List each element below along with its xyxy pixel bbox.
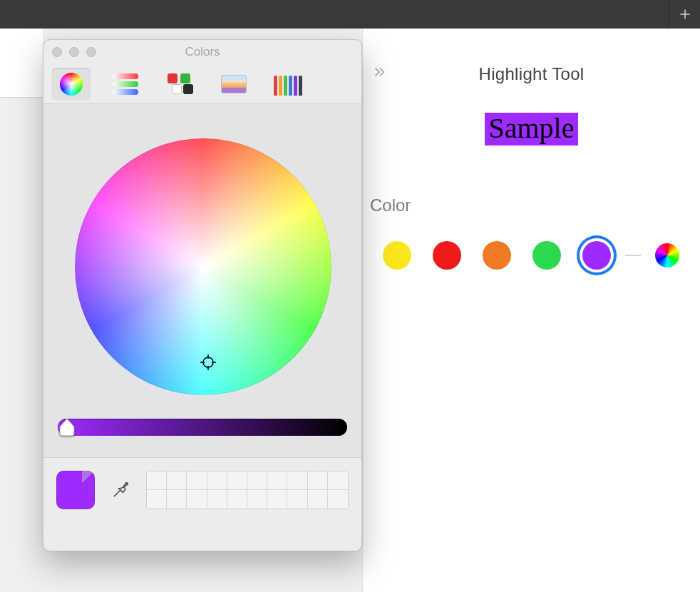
- sample-preview: Sample: [363, 113, 700, 146]
- tab-color-wheel[interactable]: [52, 68, 91, 101]
- highlight-swatch-green[interactable]: [532, 241, 561, 270]
- colors-window-titlebar[interactable]: Colors: [43, 40, 361, 64]
- saved-swatch-cell[interactable]: [328, 490, 348, 509]
- tab-color-palettes[interactable]: [160, 68, 199, 101]
- saved-swatch-cell[interactable]: [147, 471, 167, 490]
- saved-swatch-cell[interactable]: [267, 471, 287, 490]
- highlight-swatch-yellow[interactable]: [383, 241, 411, 270]
- tab-image-palettes[interactable]: [215, 68, 253, 101]
- saved-swatch-cell[interactable]: [308, 490, 328, 509]
- saved-swatches-grid: [146, 471, 349, 509]
- brightness-slider-thumb[interactable]: [59, 418, 75, 437]
- tab-pencils[interactable]: [269, 68, 307, 101]
- pencils-icon: [274, 73, 302, 96]
- highlight-swatch-orange[interactable]: [483, 241, 511, 270]
- sample-text: Sample: [485, 113, 579, 146]
- tab-color-sliders[interactable]: [106, 68, 145, 101]
- saved-swatch-cell[interactable]: [267, 490, 287, 509]
- saved-swatch-cell[interactable]: [308, 471, 328, 490]
- new-tab-button[interactable]: [669, 0, 700, 29]
- swatch-divider: [625, 255, 641, 256]
- window-zoom-button[interactable]: [86, 47, 96, 57]
- inspector-panel: Highlight Tool Sample Color: [362, 29, 700, 592]
- app-tab-bar: [0, 0, 700, 29]
- window-minimize-button[interactable]: [69, 47, 79, 57]
- window-traffic-lights: [52, 47, 96, 57]
- highlight-swatch-red[interactable]: [433, 241, 461, 270]
- saved-swatch-cell[interactable]: [247, 471, 267, 490]
- saved-swatch-cell[interactable]: [328, 471, 348, 490]
- color-wheel[interactable]: [75, 138, 331, 395]
- saved-swatch-cell[interactable]: [187, 490, 207, 509]
- color-well-row: [43, 458, 361, 551]
- inspector-title: Highlight Tool: [363, 29, 700, 84]
- palettes-icon: [168, 73, 192, 95]
- color-section-label: Color: [370, 195, 700, 215]
- sliders-icon: [113, 73, 138, 95]
- highlight-swatch-custom[interactable]: [655, 243, 679, 267]
- chevron-right-double-icon: [371, 64, 387, 80]
- highlight-swatch-purple[interactable]: [582, 241, 611, 270]
- current-color-well[interactable]: [56, 471, 95, 509]
- saved-swatch-cell[interactable]: [167, 471, 187, 490]
- colors-window: Colors: [43, 39, 362, 551]
- saved-swatch-cell[interactable]: [167, 490, 187, 509]
- color-wheel-icon: [60, 73, 83, 96]
- highlight-color-swatches: [383, 241, 700, 270]
- collapse-inspector-button[interactable]: [371, 64, 387, 83]
- saved-swatch-cell[interactable]: [287, 471, 307, 490]
- eyedropper-icon: [111, 481, 130, 499]
- brightness-slider[interactable]: [58, 419, 347, 436]
- saved-swatch-cell[interactable]: [207, 471, 227, 490]
- saved-swatch-cell[interactable]: [207, 490, 227, 509]
- plus-icon: [679, 8, 691, 21]
- color-picker-tabs: [43, 64, 361, 104]
- saved-swatch-cell[interactable]: [187, 471, 207, 490]
- saved-swatch-cell[interactable]: [147, 490, 167, 509]
- saved-swatch-cell[interactable]: [287, 490, 307, 509]
- eyedropper-button[interactable]: [108, 471, 133, 509]
- image-icon: [221, 75, 247, 93]
- saved-swatch-cell[interactable]: [227, 471, 247, 490]
- saved-swatch-cell[interactable]: [227, 490, 247, 509]
- saved-swatch-cell[interactable]: [247, 490, 267, 509]
- window-close-button[interactable]: [52, 47, 62, 57]
- color-wheel-area: [43, 104, 361, 458]
